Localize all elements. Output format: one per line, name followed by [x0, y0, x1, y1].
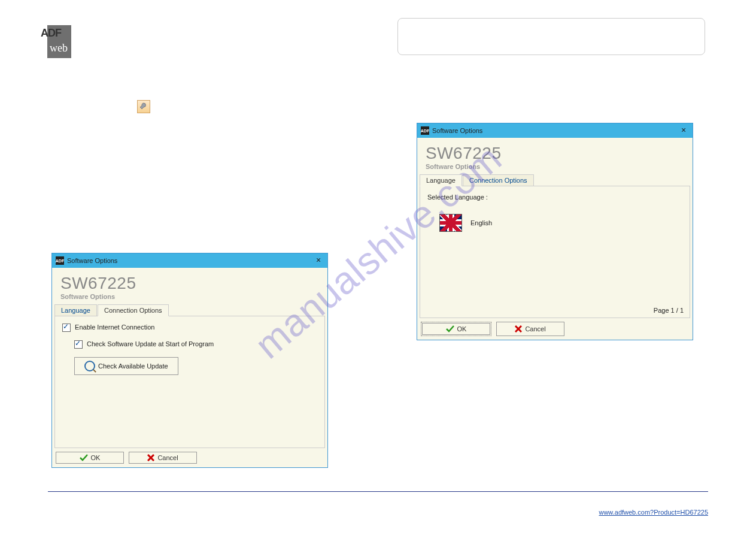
- tabs: Language Connection Options: [417, 174, 693, 186]
- checkbox-enable-internet[interactable]: [62, 324, 71, 332]
- sub-heading: Industrial Electronic Devices: [48, 66, 130, 73]
- check-green-icon: [446, 325, 454, 333]
- dialog-subtitle: Software Options: [417, 163, 693, 174]
- cancel-button[interactable]: Cancel: [496, 322, 564, 336]
- footer-left-3: Phone +39.0438.30.91.31: [48, 509, 187, 516]
- button-row: OK Cancel: [56, 452, 324, 464]
- cancel-label: Cancel: [525, 325, 545, 333]
- dialog-bigtitle: SW67225: [417, 138, 693, 163]
- label-check-update: Check Software Update at Start of Progra…: [87, 340, 214, 347]
- row-check-update[interactable]: Check Software Update at Start of Progra…: [74, 340, 317, 349]
- section-title: SOFTWARE OPTIONS:: [48, 87, 125, 95]
- checkbox-check-update[interactable]: [74, 340, 83, 349]
- magnifier-icon: [84, 361, 95, 371]
- dialog-connection-options: ADF Software Options × SW67225 Software …: [51, 253, 328, 468]
- ok-label: OK: [91, 454, 101, 461]
- footer-left: ADFweb.com Srl – IT31010 – Mareno – Trev…: [48, 494, 187, 516]
- cancel-label: Cancel: [157, 454, 178, 461]
- header-line1: User Manual CAN / Modbus Slave - Convert…: [408, 23, 695, 34]
- pager: Page 1 / 1: [654, 307, 684, 314]
- ok-button[interactable]: OK: [422, 323, 490, 335]
- tab-language[interactable]: Language: [420, 174, 462, 186]
- cancel-button[interactable]: Cancel: [129, 452, 197, 464]
- titlebar-text: Software Options: [67, 257, 117, 264]
- close-icon[interactable]: ×: [313, 255, 324, 266]
- tab-language[interactable]: Language: [54, 304, 97, 316]
- x-red-icon: [147, 454, 154, 461]
- check-green-icon: [80, 454, 88, 461]
- app-icon: ADF: [421, 126, 429, 135]
- check-update-label: Check Available Update: [98, 362, 168, 370]
- dialog-bigtitle: SW67225: [52, 268, 327, 293]
- footer-left-2: INFO: www.adfweb.com: [48, 501, 187, 509]
- tab-connection[interactable]: Connection Options: [463, 174, 534, 186]
- footer-divider: [48, 491, 708, 492]
- tab-connection[interactable]: Connection Options: [98, 304, 169, 316]
- tabs: Language Connection Options: [52, 304, 327, 316]
- logo-text-web: web: [50, 42, 68, 55]
- check-available-update-button[interactable]: Check Available Update: [74, 357, 178, 375]
- label-enable-internet: Enable Internet Connection: [75, 324, 154, 331]
- footer-right: www.adfweb.com?Product=HD67225: [599, 509, 708, 516]
- settings-wrench-icon: [137, 100, 150, 113]
- paragraph-2: In the section "Language" it is possible…: [48, 141, 365, 152]
- ok-button[interactable]: OK: [56, 452, 124, 464]
- header-line2: Document code: MN67225_ENG Revision 2.20…: [408, 34, 695, 44]
- x-red-icon: [515, 325, 522, 333]
- header-box: User Manual CAN / Modbus Slave - Convert…: [397, 18, 705, 55]
- paragraph-1: By pressing the "Settings" ( ) button th…: [48, 99, 365, 123]
- footer-left-1: ADFweb.com Srl – IT31010 – Mareno – Trev…: [48, 494, 187, 501]
- dialog-subtitle: Software Options: [52, 293, 327, 304]
- uk-flag-icon: [439, 214, 462, 232]
- row-enable-internet[interactable]: Enable Internet Connection: [62, 324, 317, 332]
- close-icon[interactable]: ×: [678, 125, 689, 136]
- logo-text-adf: ADF: [41, 27, 61, 40]
- app-icon: ADF: [56, 256, 64, 265]
- dialog-language: ADF Software Options × SW67225 Software …: [417, 123, 693, 340]
- footer-link[interactable]: www.adfweb.com?Product=HD67225: [599, 509, 708, 516]
- titlebar[interactable]: ADF Software Options ×: [52, 253, 327, 268]
- titlebar[interactable]: ADF Software Options ×: [417, 123, 693, 138]
- tab-content-connection: Enable Internet Connection Check Softwar…: [54, 316, 325, 448]
- para1-before: By pressing the "Settings" (: [48, 101, 135, 109]
- titlebar-text: Software Options: [432, 127, 482, 134]
- paragraph-3: In the section "Connection Options", it …: [48, 174, 365, 207]
- language-item[interactable]: English: [439, 214, 682, 232]
- language-name: English: [470, 219, 492, 226]
- button-row: OK Cancel: [421, 322, 689, 336]
- tab-content-language: Selected Language : English Page 1 / 1: [420, 186, 690, 318]
- logo: ADF web: [39, 24, 72, 59]
- ok-label: OK: [457, 325, 467, 333]
- selected-language-label: Selected Language :: [427, 194, 682, 201]
